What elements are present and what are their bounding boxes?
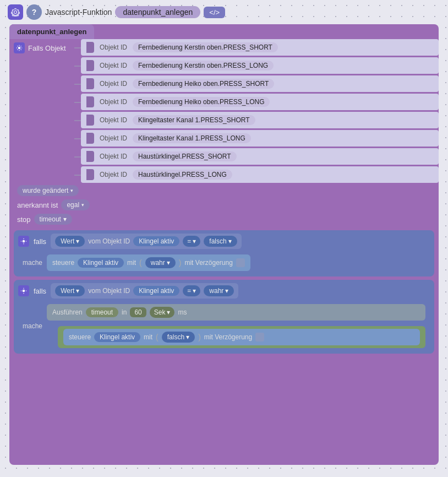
svg-point-2 (23, 290, 25, 292)
bottom-closure (14, 357, 434, 373)
top-bar: ? Javascript-Funktion datenpunkt_anlegen… (0, 0, 448, 24)
obj-id-label-8: Objekt ID (100, 171, 129, 178)
condition-row-1: Wert ▾ vom Objekt ID Klingel aktiv = ▾ f… (51, 234, 242, 249)
stop-timeout-row: stop timeout ▾ (9, 213, 439, 227)
falsch-dropdown-2[interactable]: falsch ▾ (162, 332, 195, 343)
obj-id-label-4: Objekt ID (100, 98, 129, 106)
falls-gear-icon-2[interactable] (18, 285, 29, 296)
mit-text-1: mit (127, 259, 136, 267)
obj-id-value-2: Fernbedienung Kerstin oben.PRESS_LONG (133, 61, 274, 71)
question-button[interactable]: ? (26, 4, 42, 20)
function-header: datenpunkt_anlegen (9, 24, 94, 39)
bracket-close-1: ) (179, 258, 182, 267)
table-row: Objekt ID Fernbedienung Kerstin oben.PRE… (81, 57, 439, 74)
canvas: datenpunkt_anlegen Falls Objekt Objekt I… (0, 24, 448, 465)
svg-point-1 (23, 240, 25, 243)
mit-text-2: mit (144, 333, 152, 341)
falls-gear-icon-1[interactable] (18, 236, 29, 247)
green-sub-block: steuere Klingel aktiv mit ( falsch ▾ ) m… (58, 326, 425, 348)
obj-id-label-3: Objekt ID (100, 80, 129, 88)
klingel-aktiv-badge-2: Klingel aktiv (133, 286, 179, 296)
anerkannt-label: anerkannt ist (17, 201, 58, 209)
steuere-label-2: steuere (69, 333, 91, 341)
function-name-badge: datenpunkt_anlegen (115, 6, 200, 18)
table-row: Objekt ID Klingeltaster Kanal 1.PRESS_SH… (81, 112, 439, 128)
steuere-label-1: steuere (52, 259, 74, 267)
bracket-open-1: ( (139, 258, 142, 267)
wert-dropdown-2[interactable]: Wert ▾ (55, 285, 85, 296)
klingel-aktiv-badge-1: Klingel aktiv (133, 236, 179, 246)
mache-row-2: mache Ausführen timeout in 60 Sek ▾ (18, 302, 430, 350)
obj-id-label-7: Objekt ID (100, 153, 129, 160)
mit-verzoegerung-1: mit Verzögerung (184, 259, 232, 267)
svg-point-0 (18, 47, 21, 50)
falls-block-1: falls Wert ▾ vom Objekt ID Klingel aktiv… (14, 230, 434, 277)
obj-id-label-2: Objekt ID (100, 62, 129, 69)
falls-objekt-label: Falls Objekt (9, 39, 81, 57)
obj-id-value-6: Klingeltaster Kanal 1.PRESS_LONG (133, 133, 251, 143)
timeout-dropdown[interactable]: timeout ▾ (34, 214, 72, 225)
table-row: Objekt ID Klingeltaster Kanal 1.PRESS_LO… (81, 130, 439, 147)
timeout-badge-2: timeout (86, 307, 118, 317)
steuere-block-1: steuere Klingel aktiv mit ( wahr ▾ ) mit… (47, 254, 250, 271)
obj-id-value-7: Haustürklingel.PRESS_SHORT (133, 151, 237, 161)
falls-label-2: falls (34, 287, 46, 295)
sek-dropdown[interactable]: Sek ▾ (150, 307, 175, 318)
falls-block-2: falls Wert ▾ vom Objekt ID Klingel aktiv… (14, 280, 434, 354)
table-row: Objekt ID Fernbedienung Heiko oben.PRESS… (81, 75, 439, 92)
main-block: datenpunkt_anlegen Falls Objekt Objekt I… (9, 24, 439, 465)
vom-objekt-text-1: vom Objekt ID (88, 237, 130, 245)
falls-objekt-section: Falls Objekt Objekt ID Fernbedienung Ker… (9, 39, 439, 183)
bracket-close-2: ) (198, 333, 201, 342)
wurde-row: wurde geändert ▾ (9, 183, 439, 198)
mit-verzoegerung-2: mit Verzögerung (204, 333, 252, 341)
wahr-dropdown-2[interactable]: wahr ▾ (204, 285, 234, 296)
eq-dropdown-1[interactable]: = ▾ (183, 236, 200, 247)
egal-dropdown[interactable]: egal ▾ (61, 199, 90, 210)
obj-id-label-5: Objekt ID (100, 116, 129, 124)
falls-label-1: falls (34, 237, 46, 246)
gear-button[interactable] (8, 4, 23, 20)
obj-id-value-8: Haustürklingel.PRESS_LONG (133, 170, 232, 180)
in-text: in (122, 308, 127, 316)
ausfuhren-block: Ausführen timeout in 60 Sek ▾ ms (47, 304, 425, 321)
obj-id-value-1: Fernbedienung Kerstin oben.PRESS_SHORT (133, 42, 278, 52)
stop-label: stop (17, 215, 31, 224)
klingel-aktiv-dark-2: Klingel aktiv (94, 332, 140, 342)
obj-id-value-4: Fernbedienung Heiko oben.PRESS_LONG (133, 97, 270, 107)
mache-label-2: mache (23, 322, 42, 330)
wurde-dropdown[interactable]: wurde geändert ▾ (17, 185, 79, 196)
wurde-arrow: ▾ (70, 188, 73, 193)
obj-id-value-3: Fernbedienung Heiko oben.PRESS_SHORT (133, 79, 274, 89)
js-function-label: Javascript-Funktion (45, 8, 112, 17)
falls-header-1: falls Wert ▾ vom Objekt ID Klingel aktiv… (18, 234, 430, 249)
condition-row-2: Wert ▾ vom Objekt ID Klingel aktiv = ▾ w… (51, 283, 238, 299)
obj-id-value-5: Klingeltaster Kanal 1.PRESS_SHORT (133, 115, 255, 125)
ms-label: ms (178, 308, 187, 316)
table-row: Objekt ID Fernbedienung Heiko oben.PRESS… (81, 94, 439, 110)
gear-small-icon[interactable] (14, 42, 25, 53)
wert-dropdown-1[interactable]: Wert ▾ (55, 236, 85, 247)
verzoegerung-box-2 (255, 333, 264, 342)
mache-label-1: mache (23, 259, 42, 267)
wahr-dropdown-1[interactable]: wahr ▾ (145, 257, 176, 268)
mache-row-1: mache steuere Klingel aktiv mit ( wahr ▾… (18, 252, 430, 273)
num-badge: 60 (130, 307, 146, 317)
obj-id-list: Objekt ID Fernbedienung Kerstin oben.PRE… (81, 39, 439, 183)
bracket-open-2: ( (156, 333, 159, 342)
table-row: Objekt ID Fernbedienung Kerstin oben.PRE… (81, 39, 439, 56)
ausfuhren-label: Ausführen (52, 308, 83, 316)
anerkannt-row: anerkannt ist egal ▾ (9, 198, 439, 213)
obj-id-label-6: Objekt ID (100, 134, 129, 142)
verzoegerung-box-1 (236, 258, 245, 267)
falls-header-2: falls Wert ▾ vom Objekt ID Klingel aktiv… (18, 283, 430, 299)
klingel-aktiv-dark-1: Klingel aktiv (78, 258, 124, 268)
steuere-block-2: steuere Klingel aktiv mit ( falsch ▾ ) m… (63, 329, 420, 345)
vom-objekt-text-2: vom Objekt ID (88, 287, 130, 295)
table-row: Objekt ID Haustürklingel.PRESS_LONG (81, 166, 439, 183)
falsch-dropdown-1[interactable]: falsch ▾ (204, 236, 237, 247)
falls-objekt-text: Falls Objekt (28, 44, 66, 52)
code-button[interactable]: </> (204, 7, 225, 18)
eq-dropdown-2[interactable]: = ▾ (183, 285, 200, 296)
obj-id-label-1: Objekt ID (100, 44, 129, 51)
